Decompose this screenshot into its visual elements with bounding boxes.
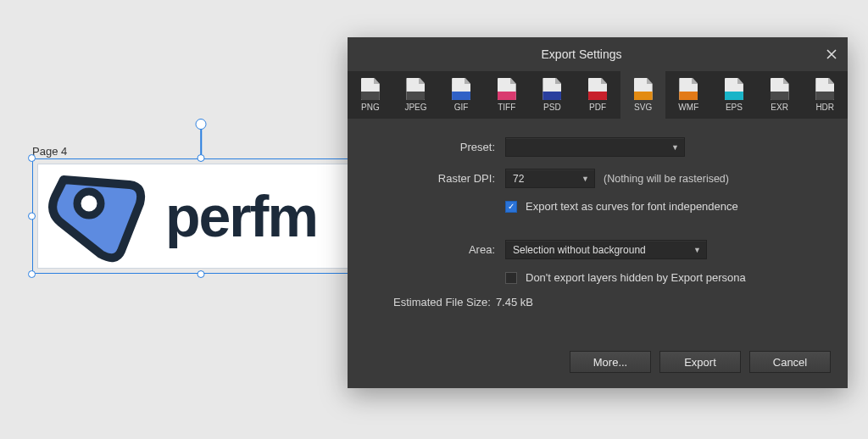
hidden-layers-label: Don't export layers hidden by Export per…: [526, 271, 746, 284]
row-filesize: Estimated File Size: 7.45 kB: [370, 296, 826, 308]
format-tab-label: SVG: [634, 103, 652, 112]
resize-handle-tm[interactable]: [198, 154, 205, 162]
file-pdf-icon: [588, 78, 607, 100]
dialog-footer: More... Export Cancel: [570, 351, 831, 373]
resize-handle-bl[interactable]: [28, 270, 36, 278]
rotate-stem: [200, 126, 202, 155]
export-text-label: Export text as curves for font independe…: [526, 200, 738, 213]
area-label: Area:: [370, 243, 505, 256]
format-tabs: PNGJPEGGIFTIFFPSDPDFSVGWMFEPSEXRHDR: [348, 71, 848, 119]
format-tab-label: EPS: [726, 103, 743, 112]
dialog-titlebar: Export Settings: [348, 37, 848, 71]
format-tab-psd[interactable]: PSD: [530, 71, 576, 119]
format-tab-label: JPEG: [404, 103, 426, 112]
dialog-body: Preset: ▼ Raster DPI: 72 ▼ (Nothing will…: [348, 119, 848, 332]
file-hdr-icon: [815, 78, 834, 100]
more-button[interactable]: More...: [570, 351, 651, 373]
format-tab-eps[interactable]: EPS: [711, 71, 757, 119]
row-hidden-layers: Don't export layers hidden by Export per…: [370, 271, 826, 284]
row-preset: Preset: ▼: [370, 137, 826, 157]
rotate-handle[interactable]: [196, 119, 207, 130]
format-tab-hdr[interactable]: HDR: [802, 71, 848, 119]
file-psd-icon: [542, 78, 561, 100]
filesize-label: Estimated File Size:: [370, 296, 496, 308]
preset-dropdown[interactable]: ▼: [505, 137, 685, 157]
row-area: Area: Selection without background ▼: [370, 240, 826, 259]
format-tab-label: PSD: [543, 103, 561, 112]
resize-handle-ml[interactable]: [28, 213, 36, 220]
row-dpi: Raster DPI: 72 ▼ (Nothing will be raster…: [370, 169, 826, 188]
dpi-dropdown[interactable]: 72 ▼: [505, 169, 595, 188]
selected-object[interactable]: perfm: [32, 158, 370, 274]
file-jpeg-icon: [406, 78, 425, 100]
file-png-icon: [361, 78, 380, 100]
cancel-button[interactable]: Cancel: [749, 351, 831, 373]
format-tab-exr[interactable]: EXR: [757, 71, 803, 119]
format-tab-tiff[interactable]: TIFF: [484, 71, 530, 119]
preset-label: Preset:: [370, 141, 505, 153]
export-text-checkbox[interactable]: ✓: [505, 201, 517, 213]
row-export-text: ✓ Export text as curves for font indepen…: [370, 200, 826, 213]
format-tab-gif[interactable]: GIF: [438, 71, 484, 119]
export-settings-dialog: Export Settings PNGJPEGGIFTIFFPSDPDFSVGW…: [348, 37, 848, 388]
filesize-value: 7.45 kB: [496, 296, 533, 308]
area-dropdown[interactable]: Selection without background ▼: [505, 240, 707, 259]
file-exr-icon: [771, 78, 789, 100]
format-tab-label: HDR: [815, 103, 834, 112]
format-tab-label: TIFF: [498, 103, 515, 112]
chevron-down-icon: ▼: [693, 246, 701, 254]
file-tiff-icon: [498, 78, 516, 100]
chevron-down-icon: ▼: [671, 143, 679, 152]
file-eps-icon: [725, 78, 743, 100]
page-label: Page 4: [32, 145, 67, 158]
selection-outline: [32, 158, 370, 274]
format-tab-label: GIF: [454, 103, 469, 112]
format-tab-svg[interactable]: SVG: [620, 71, 666, 119]
dialog-title: Export Settings: [348, 47, 815, 61]
resize-handle-bm[interactable]: [198, 270, 205, 278]
file-svg-icon: [634, 78, 653, 100]
format-tab-png[interactable]: PNG: [348, 71, 393, 119]
format-tab-label: WMF: [678, 103, 698, 112]
area-value: Selection without background: [513, 244, 646, 256]
chevron-down-icon: ▼: [581, 175, 589, 183]
export-button[interactable]: Export: [659, 351, 741, 373]
close-button[interactable]: [815, 37, 848, 71]
close-icon: [826, 49, 837, 59]
resize-handle-tl[interactable]: [28, 154, 36, 162]
hidden-layers-checkbox[interactable]: [505, 272, 517, 284]
dpi-note: (Nothing will be rasterised): [604, 173, 729, 185]
format-tab-label: EXR: [771, 103, 788, 112]
dpi-value: 72: [513, 173, 524, 185]
dpi-label: Raster DPI:: [370, 172, 505, 185]
format-tab-pdf[interactable]: PDF: [575, 71, 620, 119]
format-tab-jpeg[interactable]: JPEG: [393, 71, 439, 119]
format-tab-wmf[interactable]: WMF: [665, 71, 711, 119]
format-tab-label: PDF: [589, 103, 606, 112]
file-gif-icon: [452, 78, 470, 100]
file-wmf-icon: [679, 78, 698, 100]
format-tab-label: PNG: [361, 103, 380, 112]
